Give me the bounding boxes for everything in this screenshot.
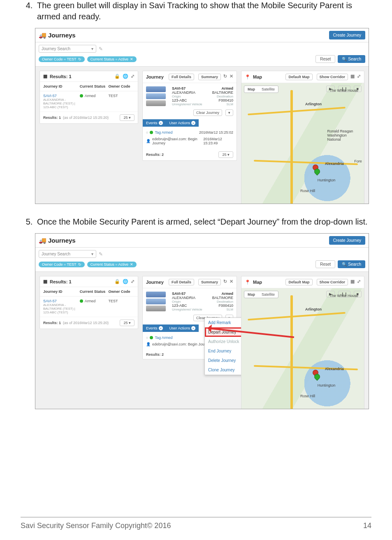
map-type-satellite[interactable]: Satellite [258, 86, 278, 93]
journey-vehicle: 123-ABC [172, 98, 187, 102]
full-details-button[interactable]: Full Details [169, 279, 194, 285]
status-armed-icon [80, 299, 83, 303]
map-label-rosehill: Rose Hill [300, 189, 315, 193]
map-label-alexandria: Alexandria [325, 162, 344, 166]
footer-copyright: Savi Security Sensor Family Copyright© 2… [21, 521, 171, 530]
tab-user-actions[interactable]: User Actions× [166, 119, 199, 127]
footer-pagenum: 14 [363, 521, 371, 530]
journey-search-input[interactable]: Journey Search ▾ [39, 250, 96, 258]
globe-icon[interactable]: 🌐 [123, 74, 128, 79]
filter-tag-status[interactable]: Current Status = Active✕ [87, 262, 137, 267]
show-corridor-button[interactable]: Show Corridor [317, 74, 348, 80]
row-sub: ALEXANDRIA - BALTIMORE (TEST) | 123-ABC … [43, 98, 80, 109]
event-1-time: 2016Mar12 15:25:02 [199, 130, 233, 134]
step-5: Once the Mobile Security Parent is armed… [35, 216, 371, 227]
default-map-button[interactable]: Default Map [285, 279, 312, 285]
tab-events[interactable]: Events× [143, 119, 166, 127]
pin-icon: 📍 [245, 280, 251, 285]
events-page-size-button[interactable]: 25 ▾ [218, 151, 233, 158]
tab-close-icon: × [191, 121, 195, 125]
app-title: Journeys [48, 32, 76, 39]
col-current-status[interactable]: Current Status [80, 290, 109, 294]
page-size-button[interactable]: 25 ▾ [120, 114, 135, 121]
create-journey-button[interactable]: Create Journey [329, 31, 365, 39]
lock-icon[interactable]: 🔒 [114, 74, 120, 79]
globe-icon[interactable]: 🌐 [123, 279, 128, 284]
close-icon: ✕ [130, 262, 133, 267]
search-placeholder: Journey Search [42, 46, 70, 51]
journey-search-input[interactable]: Journey Search ▾ [39, 45, 96, 53]
journey-status: Armed [221, 86, 233, 90]
filter-tag-owner[interactable]: Owner Code = TEST↻ [39, 262, 85, 267]
chevron-down-icon: ▾ [91, 46, 93, 51]
journey-slm: F000410 [218, 98, 233, 102]
map-canvas[interactable]: Map Satellite ▶ ❙❙ ■ Arlington The White… [241, 83, 364, 204]
truck-icon: 🚚 [39, 237, 46, 244]
filter-tag-owner[interactable]: Owner Code = TEST ↻ [39, 56, 85, 62]
full-details-button[interactable]: Full Details [169, 74, 194, 80]
expand-icon[interactable]: ⤢ [131, 279, 135, 284]
pin-icon: 📍 [245, 74, 251, 80]
summary-button[interactable]: Summary [198, 74, 221, 80]
map-panel: 📍 Map Default Map Show Corridor ▦ ⤢ Map … [241, 71, 364, 204]
clear-journey-caret[interactable]: ▾ [225, 109, 233, 116]
tab-events[interactable]: Events× [143, 324, 166, 332]
map-type-map[interactable]: Map [244, 291, 258, 298]
map-label-fore: Fore [354, 159, 362, 163]
vehicle-car-icon [146, 86, 166, 92]
refresh-icon[interactable]: ↻ [223, 279, 227, 285]
col-journey-id[interactable]: Journey ID [43, 84, 80, 88]
event-tag-armed[interactable]: Tag Armed [155, 336, 172, 340]
reset-button[interactable]: Reset [315, 55, 335, 63]
map-canvas[interactable]: Map Satellite ▶ ❙❙ ■ Arlington The White… [241, 288, 364, 409]
app-brand: 🚚 Journeys [39, 237, 76, 244]
lock-icon[interactable]: 🔒 [114, 279, 120, 284]
edit-icon[interactable]: ✎ [99, 46, 103, 52]
chevron-down-icon: ▾ [91, 252, 93, 256]
results-header: Results: 1 [50, 74, 72, 79]
expand-icon[interactable]: ⤢ [131, 74, 135, 79]
col-journey-id[interactable]: Journey ID [43, 290, 80, 294]
summary-button[interactable]: Summary [198, 279, 221, 285]
clear-journey-button[interactable]: Clear Journey [193, 109, 222, 116]
search-button[interactable]: 🔍 Search [338, 55, 365, 63]
edit-icon[interactable]: ✎ [99, 251, 103, 257]
refresh-icon[interactable]: ↻ [223, 74, 227, 80]
step-4: The green bullet will display in Savi Tr… [35, 0, 371, 22]
grid-icon[interactable]: ▦ [350, 279, 355, 285]
close-icon[interactable]: ✕ [230, 279, 233, 285]
result-row[interactable]: SAVI-57 ALEXANDRIA - BALTIMORE (TEST) | … [40, 297, 138, 317]
map-type-map[interactable]: Map [244, 86, 258, 93]
filter-tag-status[interactable]: Current Status = Active ✕ [87, 56, 137, 62]
journey-origin: ALEXANDRIA [172, 90, 195, 95]
reset-button[interactable]: Reset [315, 260, 335, 268]
map-panel: 📍 Map Default Map Show Corridor ▦ ⤢ Map … [241, 276, 364, 409]
search-icon: 🔍 [342, 262, 347, 267]
tab-user-actions[interactable]: User Actions× [166, 324, 199, 332]
default-map-button[interactable]: Default Map [285, 74, 312, 80]
step-4-text: The green bullet will display in Savi Tr… [37, 1, 352, 21]
event-tag-armed[interactable]: Tag Armed [155, 130, 172, 134]
map-type-satellite[interactable]: Satellite [258, 291, 278, 298]
col-owner-code[interactable]: Owner Code [109, 290, 135, 294]
result-row[interactable]: SAVI-57 ALEXANDRIA - BALTIMORE (TEST) | … [40, 91, 138, 112]
show-corridor-button[interactable]: Show Corridor [317, 279, 348, 285]
map-label-whitehouse: The White House [330, 88, 359, 93]
expand-icon[interactable]: ⤢ [357, 74, 361, 80]
close-icon[interactable]: ✕ [230, 74, 233, 80]
journey-dest: BALTIMORE [212, 90, 233, 95]
search-button[interactable]: 🔍Search [338, 260, 365, 268]
vehicle-trailer-icon [146, 100, 166, 106]
truck-icon: 🚚 [39, 32, 46, 39]
create-journey-button[interactable]: Create Journey [329, 236, 365, 245]
results-footer-ts: (as of 2016Mar12 15:25:20) [63, 116, 109, 120]
tab-close-icon: × [159, 121, 163, 125]
grid-icon[interactable]: ▦ [350, 74, 355, 80]
expand-icon[interactable]: ⤢ [357, 279, 361, 285]
page-size-button[interactable]: 25 ▾ [120, 320, 135, 326]
results-panel: ▦ Results: 1 🔒 🌐 ⤢ Journey ID Current St… [39, 71, 138, 124]
col-owner-code[interactable]: Owner Code [109, 84, 135, 88]
vehicle-truck-icon [146, 299, 166, 304]
row-status: Armed [85, 94, 96, 98]
col-current-status[interactable]: Current Status [80, 84, 109, 88]
